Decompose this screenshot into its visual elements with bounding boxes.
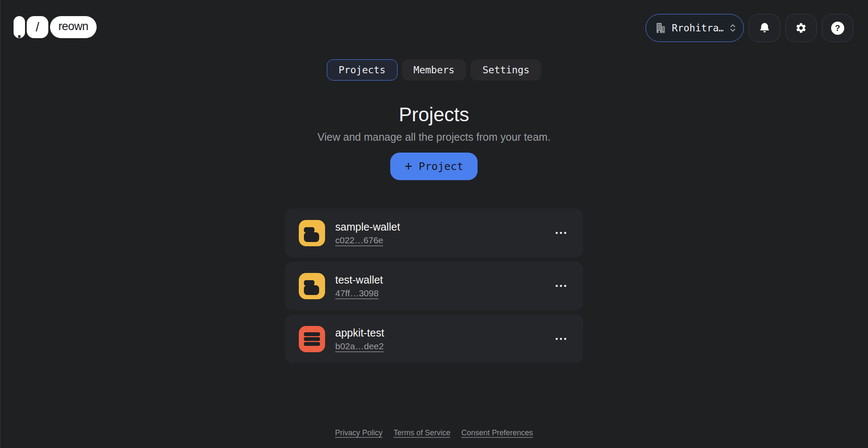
help-glyph: ? — [835, 23, 840, 33]
project-id-link[interactable]: 47ff…3098 — [335, 288, 378, 298]
logo-slash-pill: / — [27, 16, 48, 38]
reown-logo[interactable]: . / reown — [14, 16, 97, 38]
project-name: sample-wallet — [335, 221, 543, 233]
project-name: test-wallet — [335, 274, 543, 286]
logo-dot-pill: . — [14, 16, 25, 38]
project-row-test-wallet[interactable]: test-wallet 47ff…3098 — [285, 262, 583, 310]
logo-slash-glyph: / — [36, 20, 39, 34]
privacy-policy-link[interactable]: Privacy Policy — [335, 429, 382, 437]
ellipsis-icon — [556, 285, 558, 287]
tab-settings[interactable]: Settings — [470, 59, 541, 81]
settings-button[interactable] — [785, 14, 817, 42]
project-menu-button[interactable] — [553, 227, 569, 239]
tab-projects[interactable]: Projects — [327, 59, 398, 81]
project-row-appkit-test[interactable]: appkit-test b02a…dee2 — [285, 314, 583, 363]
project-info: sample-wallet c022…676e — [335, 221, 543, 245]
logo-brand-text: reown — [58, 20, 89, 33]
tab-members[interactable]: Members — [402, 59, 467, 81]
project-info: appkit-test b02a…dee2 — [335, 327, 543, 351]
org-selector[interactable]: Rrohitra… — [645, 14, 744, 42]
new-project-label: Project — [419, 160, 463, 173]
chevron-up-down-icon — [729, 22, 737, 33]
new-project-button[interactable]: + Project — [390, 153, 478, 180]
project-info: test-wallet 47ff…3098 — [335, 274, 543, 298]
help-button[interactable]: ? — [822, 14, 853, 42]
plus-icon: + — [405, 159, 412, 173]
ellipsis-icon — [556, 338, 558, 340]
logo-brand-pill: reown — [50, 16, 97, 38]
footer: Privacy Policy Terms of Service Consent … — [0, 429, 868, 437]
project-menu-button[interactable] — [553, 333, 569, 345]
wallet-icon — [299, 220, 325, 246]
bell-icon — [759, 22, 771, 34]
page-subtitle: View and manage all the projects from yo… — [0, 131, 868, 143]
project-list: sample-wallet c022…676e test-wallet 47ff… — [285, 209, 583, 363]
project-menu-button[interactable] — [553, 280, 569, 292]
notifications-button[interactable] — [749, 14, 780, 42]
project-name: appkit-test — [335, 327, 543, 339]
consent-preferences-link[interactable]: Consent Preferences — [461, 429, 533, 437]
org-name: Rrohitra… — [672, 22, 723, 33]
wallet-icon — [299, 273, 325, 299]
stack-icon — [299, 326, 325, 352]
help-icon: ? — [831, 22, 844, 35]
page-title: Projects — [0, 103, 868, 126]
tab-settings-label: Settings — [482, 64, 529, 75]
project-id-link[interactable]: c022…676e — [335, 235, 383, 245]
team-tabs: Projects Members Settings — [0, 59, 868, 81]
ellipsis-icon — [556, 232, 558, 234]
tab-members-label: Members — [414, 64, 455, 75]
project-row-sample-wallet[interactable]: sample-wallet c022…676e — [285, 209, 583, 257]
header-actions: Rrohitra… ? — [645, 14, 853, 42]
building-icon — [655, 22, 666, 34]
project-id-link[interactable]: b02a…dee2 — [335, 341, 384, 351]
gear-icon — [795, 22, 807, 34]
logo-dot-glyph: . — [17, 29, 22, 36]
tab-projects-label: Projects — [339, 64, 386, 75]
terms-of-service-link[interactable]: Terms of Service — [393, 429, 450, 437]
